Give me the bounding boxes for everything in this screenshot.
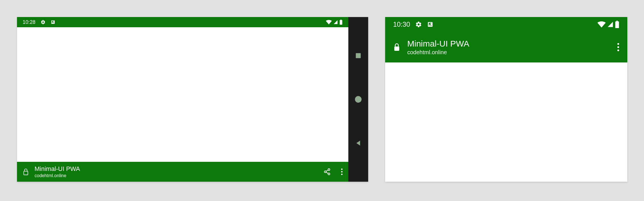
- app-badge-icon: [51, 20, 55, 24]
- svg-point-20: [617, 49, 619, 51]
- signal-icon: [607, 21, 614, 28]
- webview-content[interactable]: [17, 27, 348, 162]
- app-bar: Minimal-UI PWA codehtml.online: [17, 162, 348, 182]
- svg-point-4: [328, 169, 330, 171]
- svg-point-11: [341, 174, 343, 175]
- svg-line-8: [326, 172, 328, 173]
- app-title: Minimal-UI PWA: [407, 39, 469, 49]
- wifi-icon: [326, 20, 332, 24]
- app-host: codehtml.online: [407, 49, 469, 56]
- nav-home-button[interactable]: [354, 95, 362, 103]
- lock-icon: [393, 43, 400, 52]
- app-title: Minimal-UI PWA: [35, 165, 80, 173]
- settings-icon: [415, 21, 422, 28]
- system-nav-bar: [348, 17, 368, 182]
- more-icon[interactable]: [617, 43, 619, 51]
- svg-rect-17: [394, 47, 399, 51]
- svg-point-9: [341, 169, 343, 170]
- svg-rect-1: [340, 20, 342, 25]
- nav-back-button[interactable]: [355, 139, 362, 147]
- app-badge-icon: [427, 21, 433, 28]
- share-icon[interactable]: [323, 168, 331, 175]
- settings-icon: [40, 20, 46, 25]
- svg-rect-16: [616, 21, 618, 22]
- lock-icon: [23, 168, 29, 175]
- device-landscape: 10:28: [17, 17, 368, 182]
- battery-icon: [339, 20, 343, 25]
- app-bar: Minimal-UI PWA codehtml.online: [385, 32, 627, 62]
- battery-icon: [615, 21, 619, 28]
- screen: 10:28: [17, 17, 348, 182]
- svg-rect-2: [340, 20, 342, 20]
- status-bar: 10:30: [385, 17, 627, 32]
- svg-point-10: [341, 171, 343, 173]
- device-portrait: 10:30 Minimal-UI PWA codeht: [385, 17, 627, 182]
- status-bar: 10:28: [17, 17, 348, 27]
- svg-rect-12: [356, 53, 361, 58]
- svg-point-6: [328, 173, 330, 175]
- svg-point-5: [324, 171, 326, 173]
- svg-point-18: [617, 43, 619, 45]
- signal-icon: [333, 20, 338, 24]
- svg-line-7: [326, 170, 328, 171]
- svg-point-13: [355, 96, 361, 102]
- svg-point-19: [617, 46, 619, 48]
- status-time: 10:30: [393, 20, 410, 28]
- more-icon[interactable]: [341, 168, 343, 175]
- svg-rect-3: [24, 171, 28, 175]
- nav-overview-button[interactable]: [355, 52, 362, 59]
- svg-rect-15: [615, 22, 619, 28]
- wifi-icon: [597, 21, 606, 28]
- webview-content[interactable]: [385, 62, 627, 182]
- status-time: 10:28: [23, 19, 35, 25]
- app-host: codehtml.online: [35, 173, 80, 178]
